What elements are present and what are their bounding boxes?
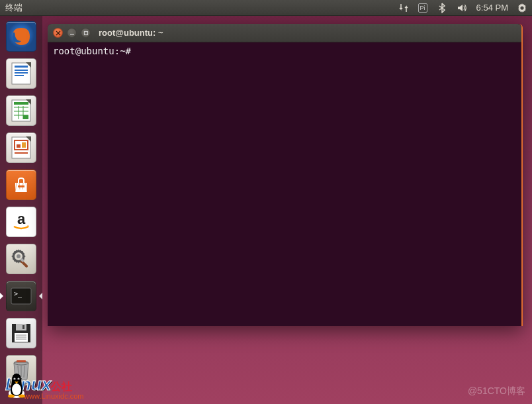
launcher: a >_ <box>0 16 42 404</box>
window-title: root@ubuntu: ~ <box>99 28 163 38</box>
svg-rect-13 <box>23 115 28 119</box>
svg-point-22 <box>17 254 21 258</box>
volume-icon[interactable] <box>457 3 467 13</box>
svg-rect-29 <box>22 325 24 329</box>
active-app-title: 终端 <box>5 2 22 14</box>
terminal-icon: >_ <box>6 281 36 311</box>
watermark-logo-cn: 公社 <box>51 381 72 392</box>
svg-rect-18 <box>15 152 28 154</box>
launcher-amazon[interactable]: a <box>5 205 38 238</box>
svg-point-49 <box>18 379 19 379</box>
watermark-url: www.Linuxidc.com <box>24 392 83 400</box>
bluetooth-icon[interactable] <box>437 3 447 13</box>
svg-rect-19 <box>18 185 24 187</box>
window-titlebar[interactable]: root@ubuntu: ~ <box>48 24 521 42</box>
floppy-icon <box>6 318 36 348</box>
window-close-button[interactable] <box>53 28 63 38</box>
svg-point-51 <box>19 395 25 398</box>
svg-rect-4 <box>15 72 28 74</box>
gear-icon[interactable] <box>517 3 527 13</box>
launcher-floppy[interactable] <box>5 317 38 350</box>
launcher-firefox[interactable] <box>5 20 38 53</box>
svg-rect-5 <box>15 75 24 76</box>
window-minimize-button[interactable] <box>67 28 77 38</box>
firefox-icon <box>6 21 36 52</box>
input-method-icon[interactable]: Pi <box>418 3 427 13</box>
clock[interactable]: 6:54 PM <box>476 3 508 13</box>
launcher-software[interactable] <box>5 168 38 201</box>
network-icon[interactable] <box>398 3 409 13</box>
svg-rect-39 <box>17 360 26 362</box>
svg-rect-3 <box>15 70 28 71</box>
svg-point-45 <box>12 383 21 395</box>
settings-icon <box>6 244 36 274</box>
watermark-right: @51CTO博客 <box>468 385 525 397</box>
svg-rect-16 <box>17 144 21 148</box>
window-maximize-button[interactable] <box>81 28 91 38</box>
watermark-left: Linux公社 www.Linuxidc.com <box>5 374 83 400</box>
svg-rect-7 <box>14 102 28 105</box>
terminal-body[interactable]: root@ubuntu:~# <box>48 42 521 326</box>
impress-icon <box>6 132 36 163</box>
writer-icon <box>6 58 36 89</box>
svg-rect-17 <box>22 142 26 148</box>
terminal-prompt: root@ubuntu:~# <box>53 45 516 57</box>
svg-rect-43 <box>84 31 87 34</box>
top-menubar: 终端 Pi 6:54 PM <box>0 0 532 16</box>
svg-text:a: a <box>17 211 26 227</box>
launcher-terminal[interactable]: >_ <box>5 279 38 313</box>
launcher-settings[interactable] <box>5 242 38 276</box>
svg-rect-28 <box>16 324 26 330</box>
svg-text:>_: >_ <box>14 290 22 298</box>
calc-icon <box>6 95 36 126</box>
system-tray: Pi 6:54 PM <box>398 3 527 13</box>
launcher-calc[interactable] <box>5 94 38 127</box>
amazon-icon: a <box>6 207 36 237</box>
svg-point-48 <box>15 379 15 379</box>
software-icon <box>6 170 36 200</box>
launcher-impress[interactable] <box>5 131 38 164</box>
tux-icon <box>5 372 28 399</box>
launcher-writer[interactable] <box>5 57 38 90</box>
svg-point-50 <box>8 395 15 398</box>
terminal-window: root@ubuntu: ~ root@ubuntu:~# <box>48 24 523 326</box>
svg-rect-2 <box>15 66 28 68</box>
